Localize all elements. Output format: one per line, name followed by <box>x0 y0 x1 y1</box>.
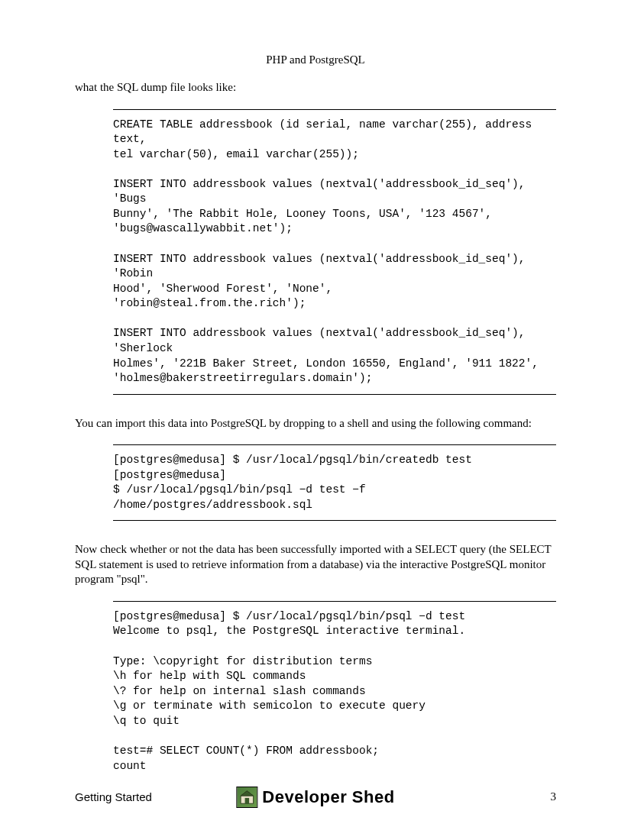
import-command-code-block: [postgres@medusa] $ /usr/local/pgsql/bin… <box>113 444 556 521</box>
footer-brand: Developer Shed <box>236 787 394 808</box>
developer-shed-logo-icon <box>236 787 257 808</box>
intro-paragraph-1: what the SQL dump file looks like: <box>75 80 556 95</box>
paragraph-3: Now check whether or not the data has be… <box>75 542 556 587</box>
sql-dump-code-block: CREATE TABLE addressbook (id serial, nam… <box>113 109 556 395</box>
footer-section-label: Getting Started <box>75 790 152 803</box>
page-number: 3 <box>551 790 557 803</box>
paragraph-2: You can import this data into PostgreSQL… <box>75 416 556 431</box>
page-header-title: PHP and PostgreSQL <box>75 53 556 66</box>
svg-rect-2 <box>245 797 250 803</box>
footer-brand-text: Developer Shed <box>262 787 394 807</box>
svg-marker-1 <box>241 790 254 795</box>
psql-session-code-block: [postgres@medusa] $ /usr/local/pgsql/bin… <box>113 601 556 781</box>
page-footer: Getting Started Developer Shed 3 <box>75 790 556 803</box>
